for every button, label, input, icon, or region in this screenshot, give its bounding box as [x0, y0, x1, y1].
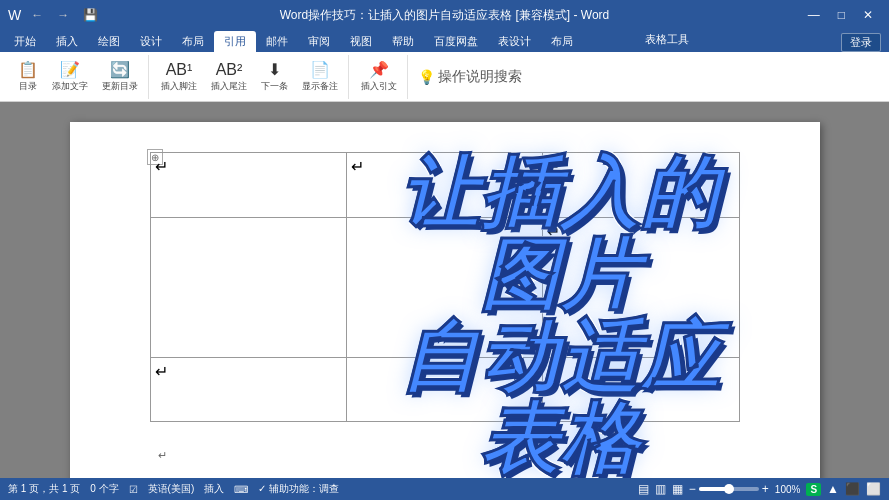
layout-icon-2[interactable]: ▥	[655, 482, 666, 496]
show-notes-button[interactable]: 📄 显示备注	[296, 57, 344, 97]
tab-design[interactable]: 设计	[130, 31, 172, 52]
ribbon-tabs: 开始 插入 绘图 设计 布局 引用 邮件 审阅 视图 帮助 百度网盘 表设计 布…	[0, 30, 889, 52]
cell-return: ↵	[351, 158, 364, 175]
table-cell[interactable]	[150, 217, 346, 357]
cell-return: ↵	[547, 158, 560, 175]
cell-return: ↵	[547, 363, 560, 380]
ribbon-toolbar: 📋 目录 📝 添加文字 🔄 更新目录 AB¹ 插入脚注 AB² 插入尾注 ⬇ 下…	[0, 52, 889, 102]
citation-group: 📌 插入引文	[351, 55, 408, 99]
layout-icon-3[interactable]: ▦	[672, 482, 683, 496]
table-row: ↵ ↵	[150, 357, 739, 422]
show-notes-label: 显示备注	[302, 80, 338, 93]
toc-button[interactable]: 📋 目录	[12, 57, 44, 97]
cell-return: ↵	[155, 363, 168, 380]
search-help-group: 💡 操作说明搜索	[410, 55, 526, 99]
tab-help[interactable]: 帮助	[382, 31, 424, 52]
insert-mode-label[interactable]: 插入	[204, 482, 224, 496]
update-toc-icon: 🔄	[110, 60, 130, 79]
zoom-slider[interactable]	[699, 487, 759, 491]
status-bar: 第 1 页，共 1 页 0 个字 ☑ 英语(美国) 插入 ⌨ ✓ 辅助功能：调查…	[0, 478, 889, 500]
tab-references[interactable]: 引用	[214, 31, 256, 52]
table-cell[interactable]: ↵	[150, 357, 346, 422]
document-area: ⊕ ↵ ↵ ↵ ↵ ↵ ↵	[0, 102, 889, 478]
toc-label: 目录	[19, 80, 37, 93]
minimize-button[interactable]: —	[800, 6, 828, 24]
zoom-controls: − +	[689, 482, 769, 496]
zoom-slider-thumb	[724, 484, 734, 494]
title-bar-left: W ← → 💾	[8, 6, 102, 24]
tab-review[interactable]: 审阅	[298, 31, 340, 52]
table-cell[interactable]: ↵	[543, 217, 739, 357]
toc-group: 📋 目录 📝 添加文字 🔄 更新目录	[8, 55, 149, 99]
wps-logo: S	[806, 483, 821, 496]
tab-table-layout[interactable]: 布局	[541, 31, 583, 52]
endnote-label: 插入尾注	[211, 80, 247, 93]
search-help[interactable]: 💡 操作说明搜索	[418, 68, 522, 86]
insert-citation-button[interactable]: 📌 插入引文	[355, 57, 403, 97]
cell-return: ↵	[155, 158, 168, 175]
login-button[interactable]: 登录	[841, 33, 881, 52]
title-bar: W ← → 💾 Word操作技巧：让插入的图片自动适应表格 [兼容模式] - W…	[0, 0, 889, 30]
word-count: 0 个字	[90, 482, 118, 496]
update-toc-button[interactable]: 🔄 更新目录	[96, 57, 144, 97]
layout-icon-1[interactable]: ▤	[638, 482, 649, 496]
page-count: 第 1 页，共 1 页	[8, 482, 80, 496]
taskbar-icon-3[interactable]: ⬜	[866, 482, 881, 496]
toc-icon: 📋	[18, 60, 38, 79]
forward-button[interactable]: →	[53, 6, 73, 24]
zoom-in-button[interactable]: +	[762, 482, 769, 496]
search-help-label: 操作说明搜索	[438, 68, 522, 86]
tab-baidu[interactable]: 百度网盘	[424, 31, 488, 52]
tab-table-design[interactable]: 表设计	[488, 31, 541, 52]
cell-return: ↵	[547, 223, 560, 240]
table-cell[interactable]: ↵	[150, 153, 346, 218]
taskbar-icon-2[interactable]: ⬛	[845, 482, 860, 496]
insert-mode-icon: ⌨	[234, 484, 248, 495]
word-table: ↵ ↵ ↵ ↵ ↵ ↵	[150, 152, 740, 422]
citation-icon: 📌	[369, 60, 389, 79]
back-button[interactable]: ←	[27, 6, 47, 24]
maximize-button[interactable]: □	[830, 6, 853, 24]
status-bar-right: ▤ ▥ ▦ − + 100% S ▲ ⬛ ⬜	[638, 482, 881, 496]
zoom-out-button[interactable]: −	[689, 482, 696, 496]
taskbar-icon-1[interactable]: ▲	[827, 482, 839, 496]
show-notes-icon: 📄	[310, 60, 330, 79]
tab-draw[interactable]: 绘图	[88, 31, 130, 52]
insert-endnote-button[interactable]: AB² 插入尾注	[205, 57, 253, 97]
tab-home[interactable]: 开始	[4, 31, 46, 52]
window-title: Word操作技巧：让插入的图片自动适应表格 [兼容模式] - Word	[280, 7, 610, 24]
word-logo-icon: W	[8, 7, 21, 23]
add-text-label: 添加文字	[52, 80, 88, 93]
add-text-button[interactable]: 📝 添加文字	[46, 57, 94, 97]
footnote-icon: AB¹	[166, 61, 193, 79]
save-button[interactable]: 💾	[79, 6, 102, 24]
table-row: ↵	[150, 217, 739, 357]
zoom-percent[interactable]: 100%	[775, 484, 801, 495]
insert-footnote-button[interactable]: AB¹ 插入脚注	[155, 57, 203, 97]
table-cell[interactable]	[346, 217, 542, 357]
next-footnote-icon: ⬇	[268, 60, 281, 79]
next-footnote-label: 下一条	[261, 80, 288, 93]
citation-label: 插入引文	[361, 80, 397, 93]
endnote-icon: AB²	[216, 61, 243, 79]
tab-mailings[interactable]: 邮件	[256, 31, 298, 52]
tab-insert[interactable]: 插入	[46, 31, 88, 52]
table-cell[interactable]: ↵	[543, 153, 739, 218]
search-help-icon: 💡	[418, 69, 435, 85]
next-footnote-button[interactable]: ⬇ 下一条	[255, 57, 294, 97]
table-row: ↵ ↵ ↵	[150, 153, 739, 218]
tab-layout[interactable]: 布局	[172, 31, 214, 52]
update-toc-label: 更新目录	[102, 80, 138, 93]
table-cell[interactable]	[346, 357, 542, 422]
doc-return-mark: ↵	[158, 449, 167, 462]
language-label[interactable]: 英语(美国)	[148, 482, 195, 496]
title-bar-right: — □ ✕	[800, 6, 881, 24]
close-button[interactable]: ✕	[855, 6, 881, 24]
table-tools-label: 表格工具	[645, 32, 689, 47]
track-changes-icon: ☑	[129, 484, 138, 495]
table-cell[interactable]: ↵	[543, 357, 739, 422]
table-cell[interactable]: ↵	[346, 153, 542, 218]
accessibility-label[interactable]: ✓ 辅助功能：调查	[258, 482, 339, 496]
document-page: ⊕ ↵ ↵ ↵ ↵ ↵ ↵	[70, 122, 820, 478]
tab-view[interactable]: 视图	[340, 31, 382, 52]
